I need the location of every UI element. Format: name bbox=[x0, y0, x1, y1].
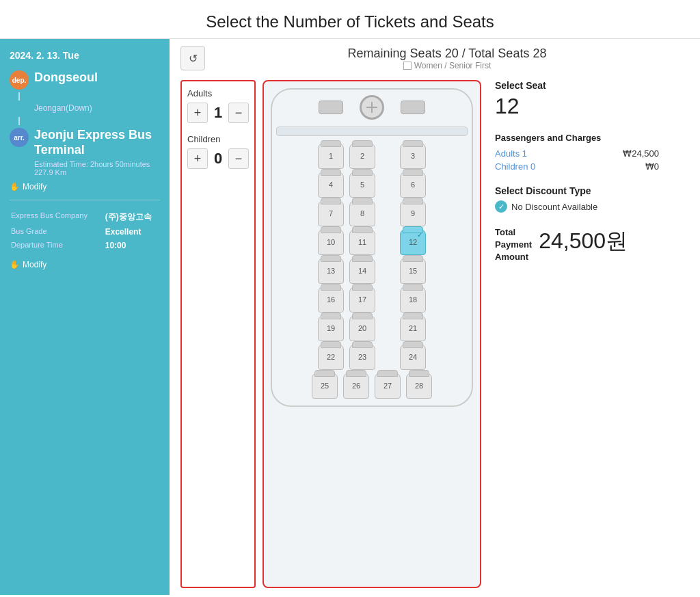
children-charge-row: Children 0 ₩0 bbox=[495, 161, 659, 172]
seat-28[interactable]: 28 bbox=[406, 373, 432, 399]
selected-seat-display: 12 bbox=[495, 94, 659, 119]
modify-icon-1: ✋ bbox=[10, 182, 20, 191]
seat-1[interactable]: 1 bbox=[318, 143, 344, 169]
discount-type-label: Select Discount Type bbox=[495, 185, 659, 196]
bus-front bbox=[319, 95, 425, 120]
estimated-time: Estimated Time: 2hours 50minutes bbox=[34, 160, 160, 168]
seat-22[interactable]: 22 bbox=[318, 344, 344, 370]
adults-label: Adults bbox=[187, 88, 212, 98]
adults-charge-amount: ₩24,500 bbox=[623, 148, 659, 159]
total-amount: 24,500원 bbox=[539, 226, 628, 256]
seat-2[interactable]: 2 bbox=[349, 143, 375, 169]
right-panel: Select Seat 12 Passengers and Charges Ad… bbox=[488, 80, 666, 588]
arr-city-line2: Terminal bbox=[34, 143, 152, 158]
women-first-label: Women / Senior First bbox=[414, 61, 491, 70]
children-value: 0 bbox=[210, 150, 226, 168]
charges-section: Passengers and Charges Adults 1 ₩24,500 … bbox=[495, 133, 659, 172]
seat-5[interactable]: 5 bbox=[349, 172, 375, 198]
seat-row-6: 16 17 18 bbox=[276, 287, 468, 313]
adults-counter: Adults + 1 − bbox=[187, 88, 249, 123]
seat-23[interactable]: 23 bbox=[349, 344, 375, 370]
seat-12[interactable]: ✓ 12 bbox=[400, 229, 426, 255]
charges-title: Passengers and Charges bbox=[495, 133, 659, 143]
via-label: Jeongan(Down) bbox=[34, 103, 160, 113]
bus-info-table: Express Bus Company (주)중앙고속 Bus Grade Ex… bbox=[10, 209, 160, 253]
seat-11[interactable]: 11 bbox=[349, 229, 375, 255]
total-label-line1: Total bbox=[495, 227, 515, 237]
seat-15[interactable]: 15 bbox=[400, 258, 426, 284]
seat-21[interactable]: 21 bbox=[400, 315, 426, 341]
discount-section: Select Discount Type ✓ No Discount Avail… bbox=[495, 185, 659, 213]
children-label: Children bbox=[187, 134, 220, 144]
ticket-counter: Adults + 1 − Children + 0 − bbox=[180, 80, 256, 588]
bus-body: 1 2 3 4 5 6 7 8 9 bbox=[271, 88, 473, 407]
refresh-button[interactable]: ↺ bbox=[180, 46, 205, 70]
seat-10[interactable]: 10 bbox=[318, 229, 344, 255]
discount-option[interactable]: ✓ No Discount Available bbox=[495, 200, 659, 213]
seat-26[interactable]: 26 bbox=[343, 373, 369, 399]
dashboard-left bbox=[319, 101, 343, 114]
discount-option-label: No Discount Available bbox=[511, 202, 597, 212]
modify-button-2[interactable]: ✋ Modify bbox=[10, 260, 160, 269]
discount-check-icon: ✓ bbox=[495, 200, 507, 213]
total-label-line2: Payment bbox=[495, 239, 532, 250]
seat-row-2: 4 5 6 bbox=[276, 172, 468, 198]
remaining-seats: Remaining Seats 20 / Total Seats 28 bbox=[205, 47, 689, 61]
modify-label-2: Modify bbox=[23, 260, 46, 269]
seat-row-4: 10 11 ✓ 12 bbox=[276, 229, 468, 255]
departure-row: dep. Dongseoul bbox=[10, 70, 160, 90]
modify-icon-2: ✋ bbox=[10, 260, 20, 269]
seat-17[interactable]: 17 bbox=[349, 287, 375, 313]
seat-24[interactable]: 24 bbox=[400, 344, 426, 370]
adults-minus-button[interactable]: − bbox=[228, 103, 249, 123]
modify-label-1: Modify bbox=[23, 182, 46, 191]
seat-16[interactable]: 16 bbox=[318, 287, 344, 313]
adults-plus-button[interactable]: + bbox=[187, 103, 208, 123]
seat-8[interactable]: 8 bbox=[349, 200, 375, 226]
children-charge-amount: ₩0 bbox=[645, 161, 659, 172]
seat-13[interactable]: 13 bbox=[318, 258, 344, 284]
seat-6[interactable]: 6 bbox=[400, 172, 426, 198]
dashboard-right bbox=[401, 101, 425, 114]
middle-section: Adults + 1 − Children + 0 − bbox=[180, 80, 689, 588]
select-seat-section: Select Seat 12 bbox=[495, 80, 659, 119]
arr-city-line1: Jeonju Express Bus bbox=[34, 128, 152, 143]
adults-value: 1 bbox=[210, 104, 226, 122]
total-label-line3: Amount bbox=[495, 252, 528, 262]
select-seat-label: Select Seat bbox=[495, 80, 659, 91]
seat-map-container: 1 2 3 4 5 6 7 8 9 bbox=[262, 80, 481, 588]
sidebar: 2024. 2. 13. Tue dep. Dongseoul Jeongan(… bbox=[0, 39, 170, 595]
seat-row-7: 19 20 21 bbox=[276, 315, 468, 341]
adults-charge-row: Adults 1 ₩24,500 bbox=[495, 148, 659, 159]
distance: 227.9 Km bbox=[34, 168, 160, 176]
seat-7[interactable]: 7 bbox=[318, 200, 344, 226]
modify-button-1[interactable]: ✋ Modify bbox=[10, 182, 160, 191]
seat-12-check: ✓ bbox=[417, 231, 422, 239]
children-counter: Children + 0 − bbox=[187, 134, 249, 169]
seat-row-5: 13 14 15 bbox=[276, 258, 468, 284]
seat-row-8: 22 23 24 bbox=[276, 344, 468, 370]
seat-14[interactable]: 14 bbox=[349, 258, 375, 284]
departure-time-value: 10:00 bbox=[105, 239, 159, 252]
steering-wheel bbox=[360, 95, 384, 120]
children-plus-button[interactable]: + bbox=[187, 148, 208, 169]
arr-badge: arr. bbox=[10, 128, 29, 147]
adults-charge-label: Adults 1 bbox=[495, 148, 527, 159]
seat-25[interactable]: 25 bbox=[312, 373, 338, 399]
seat-4[interactable]: 4 bbox=[318, 172, 344, 198]
children-minus-button[interactable]: − bbox=[228, 148, 249, 169]
children-charge-label: Children 0 bbox=[495, 161, 535, 172]
seat-20[interactable]: 20 bbox=[349, 315, 375, 341]
bus-company-value: (주)중앙고속 bbox=[105, 210, 159, 224]
content-header: ↺ Remaining Seats 20 / Total Seats 28 Wo… bbox=[180, 46, 689, 70]
total-section: Total Payment Amount 24,500원 bbox=[495, 226, 659, 264]
seat-27[interactable]: 27 bbox=[375, 373, 401, 399]
seat-18[interactable]: 18 bbox=[400, 287, 426, 313]
seat-19[interactable]: 19 bbox=[318, 315, 344, 341]
departure-time-label: Departure Time bbox=[11, 239, 104, 252]
seat-9[interactable]: 9 bbox=[400, 200, 426, 226]
bus-company-label: Express Bus Company bbox=[11, 210, 104, 224]
page-title: Select the Number of Tickets and Seats bbox=[0, 0, 700, 39]
seat-3[interactable]: 3 bbox=[400, 143, 426, 169]
seat-row-3: 7 8 9 bbox=[276, 200, 468, 226]
